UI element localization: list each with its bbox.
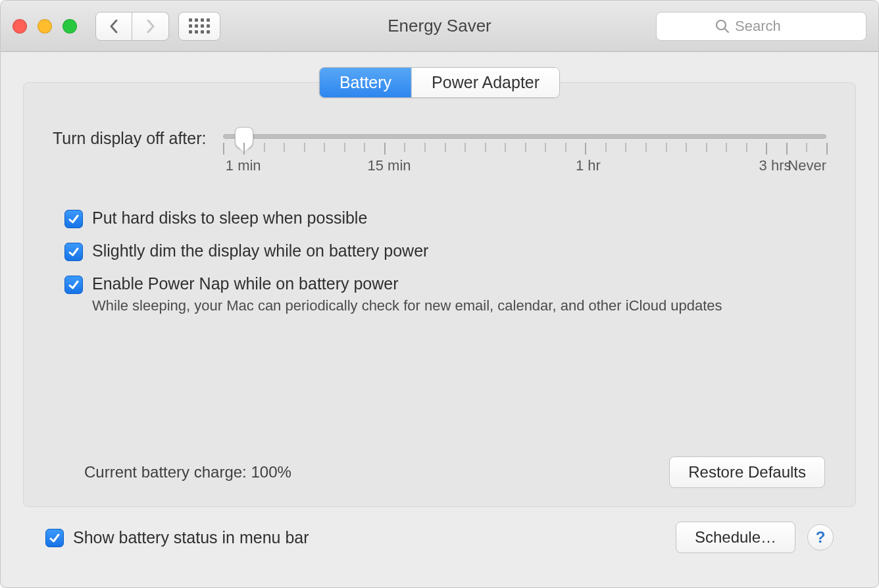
help-button[interactable]: ? bbox=[807, 524, 834, 551]
back-button[interactable] bbox=[95, 12, 132, 41]
preferences-window: Energy Saver Battery Power Adapter Turn … bbox=[0, 0, 879, 588]
restore-defaults-button[interactable]: Restore Defaults bbox=[669, 456, 825, 488]
question-mark-icon: ? bbox=[816, 528, 826, 547]
search-icon bbox=[715, 19, 730, 34]
option-dim-display-label: Slightly dim the display while on batter… bbox=[92, 241, 428, 260]
option-hard-disks: Put hard disks to sleep when possible bbox=[64, 208, 826, 228]
schedule-button[interactable]: Schedule… bbox=[676, 522, 795, 553]
option-hard-disks-label: Put hard disks to sleep when possible bbox=[92, 208, 367, 228]
options-list: Put hard disks to sleep when possible Sl… bbox=[64, 208, 826, 314]
tick-label-1min: 1 min bbox=[226, 157, 261, 174]
checkmark-icon bbox=[67, 278, 80, 291]
checkmark-icon bbox=[48, 531, 61, 545]
search-field[interactable] bbox=[656, 12, 866, 41]
tick-label-never: Never bbox=[788, 157, 826, 174]
window-close-button[interactable] bbox=[13, 19, 27, 34]
checkbox-power-nap[interactable] bbox=[64, 276, 83, 294]
slider-ticks bbox=[223, 143, 826, 155]
option-power-nap-description: While sleeping, your Mac can periodicall… bbox=[92, 297, 722, 314]
svg-line-1 bbox=[725, 28, 729, 32]
checkmark-icon bbox=[67, 212, 80, 226]
option-power-nap: Enable Power Nap while on battery power … bbox=[64, 274, 826, 314]
traffic-lights bbox=[13, 19, 77, 34]
forward-button[interactable] bbox=[132, 12, 169, 41]
panel-footer: Current battery charge: 100% Restore Def… bbox=[53, 456, 826, 488]
chevron-left-icon bbox=[109, 19, 119, 34]
chevron-right-icon bbox=[145, 19, 156, 34]
content-area: Battery Power Adapter Turn display off a… bbox=[1, 52, 878, 587]
search-input[interactable] bbox=[735, 18, 807, 35]
nav-buttons bbox=[95, 12, 169, 41]
titlebar: Energy Saver bbox=[1, 1, 878, 52]
checkmark-icon bbox=[67, 245, 80, 258]
option-power-nap-label: Enable Power Nap while on battery power bbox=[92, 274, 722, 293]
window-footer: Show battery status in menu bar Schedule… bbox=[23, 507, 856, 572]
option-dim-display: Slightly dim the display while on batter… bbox=[64, 241, 826, 261]
checkbox-hard-disks[interactable] bbox=[64, 210, 83, 228]
display-sleep-label: Turn display off after: bbox=[53, 129, 206, 148]
slider-tick-labels: 1 min 15 min 1 hr 3 hrs Never bbox=[223, 157, 826, 176]
checkbox-dim-display[interactable] bbox=[64, 243, 83, 261]
tab-power-adapter[interactable]: Power Adapter bbox=[411, 68, 559, 97]
show-battery-menubar-label: Show battery status in menu bar bbox=[73, 528, 309, 547]
display-sleep-slider[interactable]: 1 min 15 min 1 hr 3 hrs Never bbox=[223, 129, 826, 176]
tick-label-3hrs: 3 hrs bbox=[759, 157, 791, 174]
window-zoom-button[interactable] bbox=[63, 19, 77, 34]
grid-icon bbox=[189, 18, 210, 34]
tick-label-15min: 15 min bbox=[367, 157, 411, 174]
slider-track bbox=[223, 134, 826, 139]
battery-charge-status: Current battery charge: 100% bbox=[84, 463, 291, 481]
show-all-button[interactable] bbox=[178, 12, 220, 41]
display-sleep-row: Turn display off after: 1 min 15 min 1 h… bbox=[53, 129, 826, 176]
settings-panel: Battery Power Adapter Turn display off a… bbox=[23, 82, 856, 507]
tab-battery[interactable]: Battery bbox=[320, 68, 411, 97]
tick-label-1hr: 1 hr bbox=[576, 157, 601, 174]
window-minimize-button[interactable] bbox=[38, 19, 52, 34]
power-source-tabs: Battery Power Adapter bbox=[319, 67, 560, 98]
checkbox-show-battery-menubar[interactable] bbox=[45, 529, 64, 547]
